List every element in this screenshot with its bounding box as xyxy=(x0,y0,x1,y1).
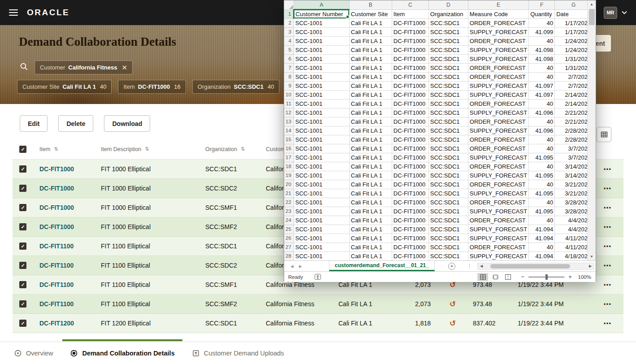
excel-cell[interactable]: 40 xyxy=(529,144,555,153)
excel-cell[interactable]: 40 xyxy=(529,216,555,225)
excel-cell[interactable]: SCC:SDC1 xyxy=(428,207,468,216)
excel-cell[interactable]: SCC-1001 xyxy=(294,144,349,153)
excel-cell[interactable]: SCC-1001 xyxy=(294,27,349,36)
excel-cell[interactable]: SCC:SDC1 xyxy=(428,54,468,63)
excel-cell[interactable]: 40 xyxy=(529,72,555,81)
column-header-item[interactable]: Item xyxy=(39,146,50,152)
item-link[interactable]: DC-FIT1000 xyxy=(39,204,74,211)
menu-icon[interactable] xyxy=(9,9,18,16)
tab-demand-collaboration-details[interactable]: Demand Collaboration Details xyxy=(61,342,183,364)
excel-cell[interactable]: 41.094 xyxy=(529,234,555,243)
excel-cell[interactable]: SCC-1001 xyxy=(294,171,349,180)
excel-cell[interactable]: DC-FIT1000 xyxy=(392,198,428,207)
excel-cell[interactable]: DC-FIT1000 xyxy=(392,126,428,135)
excel-cell[interactable]: ORDER_FORECAST xyxy=(468,216,528,225)
row-checkbox[interactable] xyxy=(19,300,26,308)
excel-cell[interactable]: 40 xyxy=(529,63,555,72)
excel-cell[interactable]: SCC:SDC1 xyxy=(428,153,468,162)
excel-cell[interactable]: ORDER_FORECAST xyxy=(468,162,528,171)
excel-cell[interactable]: SUPPLY_FORECAST xyxy=(468,27,528,36)
history-icon[interactable]: ↺ xyxy=(450,319,456,328)
excel-cell[interactable]: SCC-1001 xyxy=(294,108,349,117)
excel-cell[interactable]: DC-FIT1000 xyxy=(392,216,428,225)
excel-cell[interactable]: SCC-1001 xyxy=(294,99,349,108)
search-icon[interactable] xyxy=(20,62,28,73)
excel-cell[interactable]: SCC:SDC1 xyxy=(428,81,468,90)
row-checkbox[interactable] xyxy=(19,223,26,230)
excel-cell[interactable]: DC-FIT1000 xyxy=(392,144,428,153)
excel-row-header[interactable]: 4 xyxy=(284,36,294,45)
row-checkbox[interactable] xyxy=(19,165,26,173)
excel-vertical-scrollbar[interactable]: ▲ ▼ xyxy=(587,0,596,260)
excel-cell[interactable]: SUPPLY_FORECAST xyxy=(468,126,528,135)
excel-cell[interactable]: 40 xyxy=(529,99,555,108)
item-filter-chip[interactable]: Item DC-FIT1000 16 xyxy=(118,80,186,94)
scroll-left-icon[interactable]: ◀ xyxy=(478,264,485,268)
chevron-down-icon[interactable] xyxy=(622,10,627,15)
excel-cell[interactable]: 41.098 xyxy=(529,54,555,63)
excel-cell[interactable]: SCC:SDC1 xyxy=(428,189,468,198)
row-actions-button[interactable]: ⋯ xyxy=(592,299,623,308)
excel-cell[interactable]: SUPPLY_FORECAST xyxy=(468,171,528,180)
scroll-right-icon[interactable]: ▶ xyxy=(587,264,594,268)
excel-cell[interactable]: Customer Site xyxy=(349,9,392,18)
sort-icon[interactable]: ⇅ xyxy=(145,146,149,152)
page-layout-view-button[interactable] xyxy=(490,273,501,281)
excel-row-header[interactable]: 12 xyxy=(284,108,294,117)
excel-row-header[interactable]: 25 xyxy=(284,225,294,234)
excel-row-header[interactable]: 26 xyxy=(284,234,294,243)
excel-cell[interactable]: SCC-1001 xyxy=(294,189,349,198)
sheet-tab-overflow-icon[interactable]: ⋮ xyxy=(467,263,472,269)
excel-cell[interactable]: DC-FIT1000 xyxy=(392,54,428,63)
excel-cell[interactable]: SCC-1001 xyxy=(294,90,349,99)
excel-cell[interactable]: DC-FIT1000 xyxy=(392,251,428,260)
excel-cell[interactable]: SUPPLY_FORECAST xyxy=(468,45,528,54)
excel-row-header[interactable]: 1 xyxy=(284,9,294,18)
excel-cell[interactable]: Cali Fit LA 1 xyxy=(349,243,392,251)
excel-column-header[interactable]: A xyxy=(294,0,349,9)
select-all-checkbox[interactable] xyxy=(19,146,26,153)
excel-cell[interactable]: 41.096 xyxy=(529,126,555,135)
excel-cell[interactable]: Cali Fit LA 1 xyxy=(349,171,392,180)
excel-cell[interactable]: SCC-1001 xyxy=(294,225,349,234)
excel-cell[interactable]: DC-FIT1000 xyxy=(392,162,428,171)
download-button[interactable]: Download xyxy=(104,115,150,132)
excel-cell[interactable]: Cali Fit LA 1 xyxy=(349,54,392,63)
excel-cell[interactable]: DC-FIT1000 xyxy=(392,207,428,216)
excel-cell[interactable]: DC-FIT1000 xyxy=(392,18,428,27)
excel-cell[interactable]: SCC-1001 xyxy=(294,153,349,162)
excel-row-header[interactable]: 17 xyxy=(284,153,294,162)
excel-cell[interactable]: DC-FIT1000 xyxy=(392,72,428,81)
excel-cell[interactable]: SUPPLY_FORECAST xyxy=(468,225,528,234)
row-actions-button[interactable]: ⋯ xyxy=(592,184,623,193)
excel-cell[interactable]: SCC-1001 xyxy=(294,251,349,260)
excel-row-header[interactable]: 5 xyxy=(284,45,294,54)
excel-cell[interactable]: SCC-1001 xyxy=(294,162,349,171)
excel-row-header[interactable]: 9 xyxy=(284,81,294,90)
excel-column-header[interactable]: F xyxy=(529,0,555,9)
excel-cell[interactable]: ORDER_FORECAST xyxy=(468,117,528,126)
excel-row-header[interactable]: 23 xyxy=(284,207,294,216)
excel-cell[interactable]: 41.096 xyxy=(529,108,555,117)
excel-cell[interactable]: SCC-1001 xyxy=(294,117,349,126)
excel-cell[interactable]: ORDER_FORECAST xyxy=(468,36,528,45)
vertical-scroll-thumb[interactable] xyxy=(589,9,595,25)
excel-cell[interactable]: SCC:SDC1 xyxy=(428,234,468,243)
excel-row-header[interactable]: 16 xyxy=(284,144,294,153)
excel-cell[interactable]: DC-FIT1000 xyxy=(392,225,428,234)
excel-cell[interactable]: SCC-1001 xyxy=(294,54,349,63)
excel-cell[interactable]: Cali Fit LA 1 xyxy=(349,153,392,162)
excel-row-header[interactable]: 8 xyxy=(284,72,294,81)
excel-row-header[interactable]: 19 xyxy=(284,171,294,180)
excel-cell[interactable]: 40 xyxy=(529,180,555,189)
excel-cell[interactable]: 41.094 xyxy=(529,251,555,260)
excel-cell[interactable]: DC-FIT1000 xyxy=(392,243,428,251)
excel-cell[interactable]: 41.095 xyxy=(529,153,555,162)
excel-cell[interactable]: SCC-1001 xyxy=(294,18,349,27)
excel-cell[interactable]: 41.097 xyxy=(529,81,555,90)
row-actions-button[interactable]: ⋯ xyxy=(592,222,623,231)
excel-cell[interactable]: Cali Fit LA 1 xyxy=(349,108,392,117)
zoom-slider[interactable] xyxy=(528,274,564,280)
item-link[interactable]: DC-FIT1100 xyxy=(39,243,74,250)
excel-cell[interactable]: DC-FIT1000 xyxy=(392,108,428,117)
